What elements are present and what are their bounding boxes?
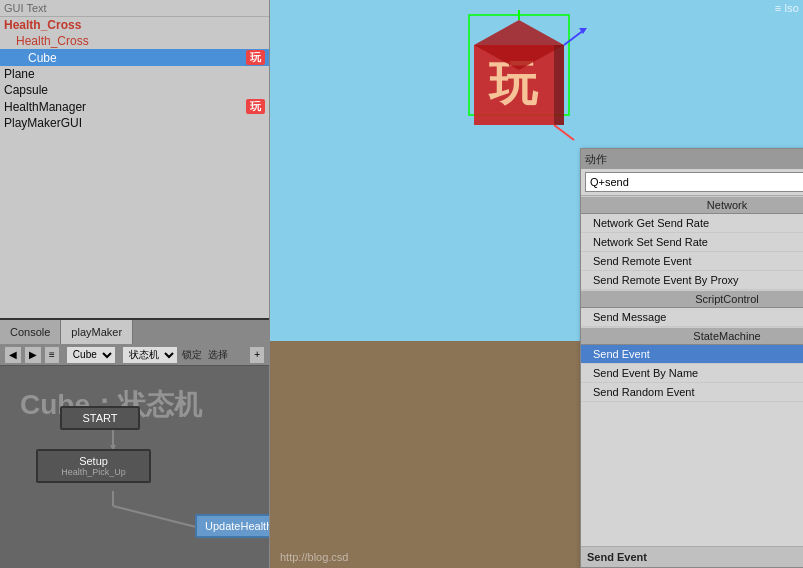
dialog-content: Network Network Get Send Rate Network Se… — [581, 196, 803, 546]
list-item[interactable]: HealthManager 玩 — [0, 98, 269, 115]
scene-toolbar: ≡ Iso — [771, 0, 803, 16]
tab-playmaker[interactable]: playMaker — [61, 320, 133, 344]
select-label: 选择 — [206, 348, 230, 362]
playmaker-toolbar: ◀ ▶ ≡ Cube 状态机 锁定 选择 + — [0, 344, 269, 366]
playmaker-area: Console playMaker ◀ ▶ ≡ Cube 状态机 — [0, 318, 269, 568]
category-network: Network — [581, 196, 803, 214]
iso-label: ≡ Iso — [775, 2, 799, 14]
dialog-titlebar: 动作 － ✕ — [581, 149, 803, 169]
action-item[interactable]: Send Event By Name — [581, 364, 803, 383]
start-node: START — [60, 406, 140, 430]
dialog-inner: Network Network Get Send Rate Network Se… — [581, 196, 803, 546]
action-item[interactable]: Send Random Event — [581, 383, 803, 402]
add-button[interactable]: + — [249, 346, 265, 364]
hierarchy-list: Health_Cross Health_Cross Cube 玩 Plane C… — [0, 17, 269, 318]
start-label: START — [82, 412, 117, 424]
search-input[interactable] — [585, 172, 803, 192]
playmaker-tabs: Console playMaker — [0, 320, 269, 344]
list-item-cube[interactable]: Cube 玩 — [0, 49, 269, 66]
list-item[interactable]: Plane — [0, 66, 269, 82]
dialog-search: ✕ ⚙ — [581, 169, 803, 196]
svg-line-12 — [564, 30, 584, 45]
svg-line-14 — [554, 125, 574, 140]
cube-label: Cube — [28, 51, 57, 65]
cube-select[interactable]: Cube — [66, 346, 116, 364]
tab-console[interactable]: Console — [0, 320, 61, 344]
updatehealth-node[interactable]: UpdateHealth — [195, 514, 269, 538]
main-container: GUI Text Health_Cross Health_Cross Cube … — [0, 0, 803, 568]
setup-node[interactable]: Setup Health_Pick_Up — [36, 449, 151, 483]
category-scriptcontrol: ScriptControl — [581, 290, 803, 308]
action-item[interactable]: Send Remote Event By Proxy — [581, 271, 803, 290]
hierarchy-header: GUI Text — [0, 0, 269, 17]
action-item[interactable]: Send Message — [581, 308, 803, 327]
list-item[interactable]: Capsule — [0, 82, 269, 98]
next-button[interactable]: ▶ — [24, 346, 42, 364]
svg-marker-9 — [554, 45, 564, 125]
action-item[interactable]: Network Set Send Rate — [581, 233, 803, 252]
right-panel: ≡ Iso 玩 — [270, 0, 803, 568]
lock-label: 锁定 — [180, 348, 204, 362]
hierarchy-title: GUI Text — [4, 2, 47, 14]
dialog-title: 动作 — [585, 152, 607, 167]
playmaker-canvas[interactable]: Cube：状态机 START Setup Health — [0, 366, 269, 568]
prev-button[interactable]: ◀ — [4, 346, 22, 364]
setup-label: Setup — [46, 455, 141, 467]
left-panel: GUI Text Health_Cross Health_Cross Cube … — [0, 0, 270, 568]
list-item[interactable]: Health_Cross — [0, 17, 269, 33]
category-statemachine: StateMachine — [581, 327, 803, 345]
action-item-send-event[interactable]: Send Event — [581, 345, 803, 364]
footer-label: Send Event — [587, 551, 647, 563]
healthmanager-badge: 玩 — [246, 99, 265, 114]
action-item[interactable]: Network Get Send Rate — [581, 214, 803, 233]
cube-badge: 玩 — [246, 50, 265, 65]
setup-sub-label: Health_Pick_Up — [46, 467, 141, 477]
svg-line-3 — [113, 506, 200, 528]
dialog-footer: Send Event — [581, 546, 803, 567]
action-item[interactable]: Send Remote Event — [581, 252, 803, 271]
statemachine-select[interactable]: 状态机 — [122, 346, 178, 364]
list-item[interactable]: Health_Cross — [0, 33, 269, 49]
updatehealth-label: UpdateHealth — [205, 520, 269, 532]
object-selector: Cube — [62, 346, 120, 364]
watermark: http://blog.csd — [280, 551, 349, 563]
action-dialog: 动作 － ✕ ✕ ⚙ Network Network Get Send Rate… — [580, 148, 803, 568]
menu-button[interactable]: ≡ — [44, 346, 60, 364]
list-item[interactable]: PlayMakerGUI — [0, 115, 269, 131]
